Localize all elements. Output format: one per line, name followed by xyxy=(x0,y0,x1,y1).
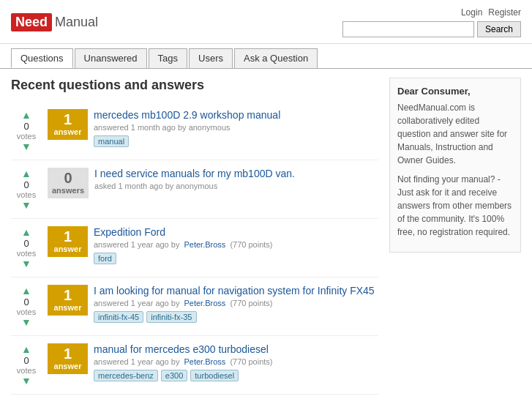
vote-down-icon[interactable]: ▼ xyxy=(18,375,34,387)
tag[interactable]: mercedes-benz xyxy=(94,370,158,381)
answer-count: 1 xyxy=(64,346,72,361)
logo: Need Manual xyxy=(11,13,98,31)
question-body: mercedes mb100D 2.9 workshop manual answ… xyxy=(94,109,378,147)
tag[interactable]: turbodiesel xyxy=(190,370,239,381)
answer-count: 1 xyxy=(64,229,72,244)
question-meta: answered 1 month ago by anonymous xyxy=(94,123,378,132)
logo-manual: Manual xyxy=(55,15,98,30)
tag[interactable]: manual xyxy=(94,135,129,147)
question-item: ▲ 0 votes ▼ 1 answer I am looking for ma… xyxy=(11,277,378,336)
vote-box: ▲ 0 votes ▼ xyxy=(11,285,42,328)
logo-need: Need xyxy=(11,13,52,31)
sidebar-text1: NeedManual.com is collaboratively edited… xyxy=(397,101,513,167)
tab-ask-question[interactable]: Ask a Question xyxy=(234,48,318,68)
tab-questions[interactable]: Questions xyxy=(11,48,73,68)
tab-users[interactable]: Users xyxy=(189,48,233,68)
question-item: ▲ 0 votes ▼ 1 answer Expedition Ford ans… xyxy=(11,219,378,277)
answer-count: 1 xyxy=(64,112,72,127)
register-link[interactable]: Register xyxy=(488,7,521,18)
meta-suffix: (770 points) xyxy=(230,357,272,366)
meta-user-link[interactable]: Peter.Bross xyxy=(184,240,225,249)
question-title-link[interactable]: I am looking for manual for navigation s… xyxy=(94,285,375,297)
vote-down-icon[interactable]: ▼ xyxy=(18,199,34,211)
question-title-link[interactable]: I need service manuals for my mb100D van… xyxy=(94,168,295,179)
question-body: I need service manuals for my mb100D van… xyxy=(94,168,378,194)
search-form: Search xyxy=(342,21,521,37)
tags-row: mercedes-benz e300 turbodiesel xyxy=(94,370,378,381)
vote-up-icon[interactable]: ▲ xyxy=(18,109,34,121)
answer-badge: 1 answer xyxy=(48,226,88,257)
question-body: I am looking for manual for navigation s… xyxy=(94,285,378,323)
main: Recent questions and answers ▲ 0 votes ▼… xyxy=(0,69,532,399)
vote-count: 0 xyxy=(23,238,29,249)
question-body: manual for mercedes e300 turbodiesel ans… xyxy=(94,343,378,381)
tag[interactable]: infiniti-fx-45 xyxy=(94,311,143,323)
vote-up-icon[interactable]: ▲ xyxy=(18,168,34,179)
answer-count: 1 xyxy=(64,288,72,302)
question-title-link[interactable]: manual for mercedes e300 turbodiesel xyxy=(94,343,269,355)
tag[interactable]: e300 xyxy=(161,370,187,381)
vote-label: votes xyxy=(17,249,36,258)
sidebar-greeting: Dear Consumer, xyxy=(397,86,513,97)
vote-count: 0 xyxy=(23,121,29,132)
vote-down-icon[interactable]: ▼ xyxy=(18,316,34,328)
vote-label: votes xyxy=(17,132,36,141)
question-meta: answered 1 year ago by Peter.Bross (770 … xyxy=(94,240,378,249)
meta-suffix: (770 points) xyxy=(230,299,272,307)
tags-row: ford xyxy=(94,253,378,264)
vote-box: ▲ 0 votes ▼ xyxy=(11,343,42,387)
vote-up-icon[interactable]: ▲ xyxy=(18,226,34,238)
tab-unanswered[interactable]: Unanswered xyxy=(75,48,147,68)
answer-badge: 1 answer xyxy=(48,343,88,374)
tags-row: manual xyxy=(94,135,378,147)
search-input[interactable] xyxy=(342,21,474,37)
question-title-link[interactable]: Expedition Ford xyxy=(94,226,165,238)
question-meta: answered 1 year ago by Peter.Bross (770 … xyxy=(94,299,378,307)
vote-down-icon[interactable]: ▼ xyxy=(18,141,34,152)
sidebar: Dear Consumer, NeedManual.com is collabo… xyxy=(389,78,521,399)
header: Need Manual Login Register Search xyxy=(0,0,532,44)
meta-prefix: answered 1 year ago by xyxy=(94,240,179,249)
answer-label: answer xyxy=(54,127,82,137)
search-button[interactable]: Search xyxy=(477,21,521,37)
login-link[interactable]: Login xyxy=(461,7,482,18)
question-item: ▲ 0 votes ▼ 1 answer manual for mercedes… xyxy=(11,336,378,395)
vote-up-icon[interactable]: ▲ xyxy=(18,343,34,355)
tag[interactable]: ford xyxy=(94,253,116,264)
vote-count: 0 xyxy=(23,179,29,190)
answer-count: 0 xyxy=(64,171,72,185)
meta-prefix: answered 1 year ago by xyxy=(94,299,179,307)
vote-label: votes xyxy=(17,307,36,316)
header-right: Login Register Search xyxy=(342,7,521,37)
tags-row: infiniti-fx-45 infiniti-fx-35 xyxy=(94,311,378,323)
tag[interactable]: infiniti-fx-35 xyxy=(146,311,196,323)
vote-label: votes xyxy=(17,190,36,199)
vote-label: votes xyxy=(17,366,36,375)
vote-box: ▲ 0 votes ▼ xyxy=(11,226,42,269)
question-title-link[interactable]: mercedes mb100D 2.9 workshop manual xyxy=(94,109,280,121)
answer-label: answer xyxy=(54,244,82,254)
vote-count: 0 xyxy=(23,297,29,307)
question-item: ▲ 0 votes ▼ 0 answers I need service man… xyxy=(11,160,378,219)
tab-tags[interactable]: Tags xyxy=(149,48,187,68)
vote-box: ▲ 0 votes ▼ xyxy=(11,168,42,211)
vote-down-icon[interactable]: ▼ xyxy=(18,258,34,269)
page-title: Recent questions and answers xyxy=(11,78,378,93)
answer-badge: 1 answer xyxy=(48,109,88,140)
nav-tabs: Questions Unanswered Tags Users Ask a Qu… xyxy=(0,44,532,69)
answer-label: answer xyxy=(54,302,82,313)
answer-badge: 0 answers xyxy=(48,168,89,198)
meta-user-link[interactable]: Peter.Bross xyxy=(184,357,225,366)
question-meta: answered 1 year ago by Peter.Bross (770 … xyxy=(94,357,378,366)
vote-up-icon[interactable]: ▲ xyxy=(18,285,34,297)
sidebar-text2: Not finding your manual? - Just ask for … xyxy=(397,173,513,239)
question-meta: asked 1 month ago by anonymous xyxy=(94,182,378,190)
meta-user-link[interactable]: Peter.Bross xyxy=(184,299,225,307)
vote-box: ▲ 0 votes ▼ xyxy=(11,109,42,152)
meta-prefix: answered 1 year ago by xyxy=(94,357,179,366)
answer-badge: 1 answer xyxy=(48,285,88,316)
meta-suffix: (770 points) xyxy=(230,240,272,249)
sidebar-box: Dear Consumer, NeedManual.com is collabo… xyxy=(389,78,521,253)
answer-label: answers xyxy=(52,185,84,195)
question-item: ▲ 0 votes ▼ 1 answer mercedes mb100D 2.9… xyxy=(11,102,378,160)
